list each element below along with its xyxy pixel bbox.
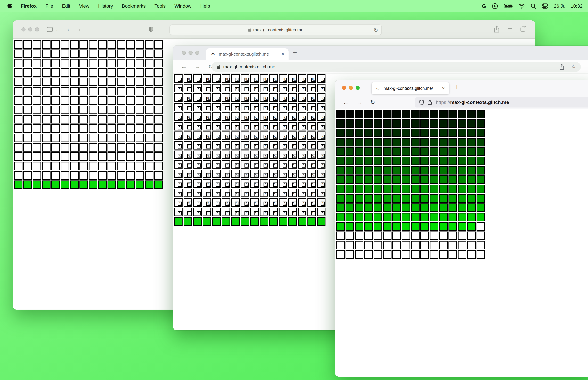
- grid-cell: [355, 241, 363, 249]
- zoom-button[interactable]: [35, 27, 39, 32]
- grid-cell: ×~: [288, 103, 297, 112]
- new-tab-icon[interactable]: +: [508, 25, 512, 33]
- grid-cell: [126, 106, 135, 114]
- broken-image-icon: ×~: [245, 202, 248, 206]
- reload-icon[interactable]: ↻: [374, 27, 378, 33]
- tab-overview-icon[interactable]: [520, 25, 527, 33]
- play-circle-icon[interactable]: [492, 3, 498, 9]
- wifi-icon[interactable]: [518, 4, 525, 8]
- grid-cell: [136, 115, 144, 123]
- grid-cell: [383, 175, 392, 184]
- minimize-button[interactable]: [28, 27, 32, 32]
- grid-cell: [51, 59, 60, 67]
- menu-window[interactable]: Window: [174, 3, 191, 9]
- back-button[interactable]: ←: [343, 99, 349, 106]
- firefox-url-field[interactable]: https://max-gl-contexts.glitch.me: [415, 97, 588, 108]
- grid-cell: ×~: [307, 141, 316, 150]
- shield-icon[interactable]: [149, 27, 153, 32]
- minimize-button[interactable]: [349, 86, 353, 90]
- broken-image-icon: ×~: [311, 163, 315, 168]
- control-center-icon[interactable]: [542, 3, 548, 9]
- broken-image-icon: ×~: [264, 106, 268, 110]
- chevron-down-icon[interactable]: ⌄: [56, 27, 58, 32]
- grid-cell: ×~: [279, 198, 287, 207]
- menu-tools[interactable]: Tools: [154, 3, 166, 9]
- menu-bookmarks[interactable]: Bookmarks: [122, 3, 146, 9]
- close-button[interactable]: [182, 51, 186, 55]
- grid-cell: [392, 119, 401, 128]
- grid-cell: ×~: [288, 122, 297, 131]
- lock-icon[interactable]: [428, 100, 432, 105]
- back-button[interactable]: ‹: [67, 26, 69, 33]
- close-button[interactable]: [21, 27, 25, 32]
- menu-edit[interactable]: Edit: [62, 3, 70, 9]
- grid-cell: [154, 106, 163, 114]
- grid-cell: [42, 124, 51, 133]
- google-g-icon[interactable]: G: [482, 3, 486, 9]
- firefox-active-tab[interactable]: ∞ max-gl-contexts.glitch.me/ ✕: [372, 82, 449, 94]
- grid-cell: [439, 222, 448, 231]
- broken-image-icon: ×~: [273, 135, 277, 139]
- close-button[interactable]: [342, 86, 346, 90]
- grid-cell: ×~: [298, 179, 306, 188]
- grid-cell: [392, 138, 401, 147]
- spotlight-search-icon[interactable]: [531, 3, 536, 9]
- reload-button[interactable]: ↻: [370, 99, 375, 106]
- share-icon[interactable]: [559, 64, 564, 70]
- broken-image-icon: ×~: [311, 78, 315, 82]
- grid-cell: ×~: [241, 103, 249, 112]
- back-button[interactable]: ←: [181, 63, 187, 70]
- menu-app-name[interactable]: Firefox: [21, 3, 37, 9]
- new-tab-button[interactable]: +: [293, 49, 297, 56]
- grid-cell: [430, 203, 438, 212]
- broken-image-icon: ×~: [273, 183, 277, 187]
- grid-cell: [430, 222, 438, 231]
- forward-button[interactable]: →: [195, 63, 200, 70]
- bookmark-star-icon[interactable]: ☆: [571, 64, 576, 70]
- grid-cell: [33, 162, 41, 170]
- grid-cell: [136, 96, 144, 105]
- apple-logo-icon[interactable]: [7, 3, 13, 9]
- grid-cell: [449, 250, 457, 259]
- grid-cell: [345, 119, 354, 128]
- grid-cell: ×~: [222, 74, 230, 83]
- new-tab-button[interactable]: +: [455, 83, 459, 91]
- grid-cell: [402, 138, 410, 147]
- grid-cell: ×~: [307, 170, 316, 178]
- shield-icon[interactable]: [419, 99, 424, 105]
- chrome-active-tab[interactable]: ∞ max-gl-contexts.glitch.me ✕: [206, 48, 288, 60]
- menu-history[interactable]: History: [98, 3, 113, 9]
- tab-close-icon[interactable]: ✕: [442, 86, 445, 91]
- broken-image-icon: ×~: [254, 211, 258, 215]
- grid-cell: [392, 110, 401, 118]
- grid-cell: ×~: [307, 151, 316, 159]
- chrome-url-field[interactable]: max-gl-contexts.glitch.me ☆: [212, 62, 581, 72]
- sidebar-icon[interactable]: [47, 27, 53, 32]
- battery-charging-icon[interactable]: [504, 4, 513, 8]
- tab-close-icon[interactable]: ✕: [281, 52, 285, 57]
- menu-clock[interactable]: 26 Jul 10:32: [554, 3, 583, 9]
- minimize-button[interactable]: [189, 51, 193, 55]
- grid-cell: ×~: [212, 103, 221, 112]
- menu-file[interactable]: File: [45, 3, 53, 9]
- broken-image-icon: ×~: [235, 163, 239, 168]
- zoom-button[interactable]: [356, 86, 360, 90]
- broken-image-icon: ×~: [292, 87, 296, 91]
- grid-cell: [117, 124, 125, 133]
- broken-image-icon: ×~: [187, 154, 191, 158]
- grid-cell: [467, 231, 476, 240]
- forward-button[interactable]: ›: [78, 26, 80, 33]
- grid-cell: ×~: [203, 179, 211, 188]
- grid-cell: [364, 157, 373, 165]
- share-icon[interactable]: [493, 25, 500, 33]
- grid-cell: [467, 175, 476, 184]
- grid-cell: [383, 213, 392, 221]
- safari-url-field[interactable]: max-gl-contexts.glitch.me ↻: [170, 24, 382, 35]
- grid-cell: [355, 138, 363, 147]
- forward-button[interactable]: →: [357, 99, 362, 106]
- menu-help[interactable]: Help: [200, 3, 210, 9]
- zoom-button[interactable]: [195, 51, 199, 55]
- menu-view[interactable]: View: [79, 3, 89, 9]
- grid-cell: [61, 143, 69, 152]
- grid-cell: [23, 68, 32, 77]
